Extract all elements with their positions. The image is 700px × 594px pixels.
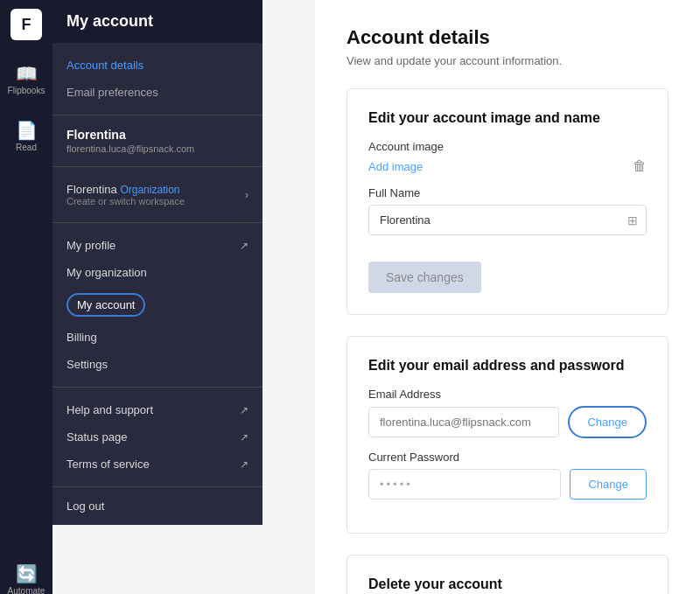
main-panel: Account details View and update your acc… xyxy=(315,0,700,594)
sidebar-bottom: 🔄 Automate 💎 Branding F xyxy=(0,558,52,594)
icon-sidebar: F 📖 Flipbooks 📄 Read 🔄 Automate 💎 Brandi… xyxy=(0,0,52,594)
email-input-row: Change xyxy=(368,406,647,438)
password-input-row: Change xyxy=(368,469,647,500)
email-input[interactable] xyxy=(368,407,559,437)
email-change-button[interactable]: Change xyxy=(568,406,647,438)
workspace-sub-text: Create or switch workspace xyxy=(66,196,185,206)
workspace-item[interactable]: Florentina Organization Create or switch… xyxy=(52,176,262,213)
menu-item-terms[interactable]: Terms of service ↗ xyxy=(52,451,262,478)
password-input[interactable] xyxy=(368,469,561,500)
dropdown-user-header: Florentina florentina.luca@flipsnack.com xyxy=(52,115,262,167)
sidebar-item-automations[interactable]: 🔄 Automate xyxy=(0,558,52,594)
nav-account-details[interactable]: Account details xyxy=(52,52,262,79)
workspace-name: Florentina xyxy=(66,183,117,196)
full-name-input-wrapper: ⊞ xyxy=(368,205,647,235)
account-image-label: Account image xyxy=(368,140,647,153)
org-label-text: Organization xyxy=(120,184,179,196)
user-email: florentina.luca@flipsnack.com xyxy=(66,143,248,154)
menu-item-billing[interactable]: Billing xyxy=(52,324,262,351)
email-password-section-title: Edit your email address and password xyxy=(368,358,647,374)
sidebar-item-label: Automate xyxy=(8,586,46,594)
full-name-label: Full Name xyxy=(368,186,647,199)
external-link-icon: ↗ xyxy=(240,458,248,471)
app-logo[interactable]: F xyxy=(10,9,42,40)
page-title: Account details xyxy=(346,26,668,49)
save-changes-button[interactable]: Save changes xyxy=(368,262,481,293)
my-account-label: My account xyxy=(66,293,145,317)
delete-account-title: Delete your account xyxy=(368,577,647,592)
automations-icon: 🔄 xyxy=(16,563,38,584)
flipbooks-icon: 📖 xyxy=(16,63,38,84)
account-sidebar-title: My account xyxy=(66,12,153,30)
dropdown-overlay: Florentina florentina.luca@flipsnack.com… xyxy=(52,115,262,525)
page-content: Account details View and update your acc… xyxy=(315,0,700,594)
sidebar-item-label: Flipbooks xyxy=(8,86,46,95)
nav-email-preferences[interactable]: Email preferences xyxy=(52,79,262,106)
account-sidebar-header: My account xyxy=(52,0,262,43)
account-sidebar: My account Account details Email prefere… xyxy=(52,0,262,525)
user-name: Florentina xyxy=(66,128,248,142)
chevron-right-icon: › xyxy=(245,189,248,201)
password-group: Current Password Change xyxy=(368,451,647,500)
workspace-section: Florentina Organization Create or switch… xyxy=(52,167,262,223)
menu-item-my-organization[interactable]: My organization xyxy=(52,259,262,286)
menu-item-my-account[interactable]: My account xyxy=(52,286,262,324)
menu-section-1: My profile ↗ My organization My account … xyxy=(52,223,262,388)
delete-account-section: Delete your account You are about to del… xyxy=(346,555,668,594)
full-name-input[interactable] xyxy=(368,205,647,235)
delete-image-icon[interactable]: 🗑 xyxy=(633,158,647,174)
menu-item-my-profile[interactable]: My profile ↗ xyxy=(52,232,262,259)
menu-item-help-support[interactable]: Help and support ↗ xyxy=(52,396,262,423)
image-name-section: Edit your account image and name Account… xyxy=(346,88,668,315)
email-label: Email Address xyxy=(368,388,647,401)
account-sidebar-nav: Account details Email preferences xyxy=(52,43,262,115)
email-group: Email Address Change xyxy=(368,388,647,438)
add-image-link[interactable]: Add image xyxy=(368,160,423,173)
external-link-icon: ↗ xyxy=(240,240,248,252)
full-name-group: Full Name ⊞ xyxy=(368,186,647,235)
email-password-section: Edit your email address and password Ema… xyxy=(346,336,668,534)
external-link-icon: ↗ xyxy=(240,404,248,416)
sidebar-item-read[interactable]: 📄 Read xyxy=(0,115,52,157)
menu-item-logout[interactable]: Log out xyxy=(52,493,262,520)
page-subtitle: View and update your account information… xyxy=(346,54,668,67)
menu-section-2: Help and support ↗ Status page ↗ Terms o… xyxy=(52,388,262,487)
read-icon: 📄 xyxy=(16,120,38,141)
menu-item-settings[interactable]: Settings xyxy=(52,351,262,378)
logout-section: Log out xyxy=(52,487,262,525)
text-format-icon: ⊞ xyxy=(627,213,638,227)
sidebar-item-label: Read xyxy=(16,143,37,152)
external-link-icon: ↗ xyxy=(240,431,248,444)
menu-item-status-page[interactable]: Status page ↗ xyxy=(52,423,262,451)
image-row: Add image 🗑 xyxy=(368,158,647,174)
account-image-group: Account image Add image 🗑 xyxy=(368,140,647,174)
sidebar-item-flipbooks[interactable]: 📖 Flipbooks xyxy=(0,58,52,101)
password-label: Current Password xyxy=(368,451,647,464)
password-change-button[interactable]: Change xyxy=(570,469,647,500)
image-name-section-title: Edit your account image and name xyxy=(368,110,647,126)
